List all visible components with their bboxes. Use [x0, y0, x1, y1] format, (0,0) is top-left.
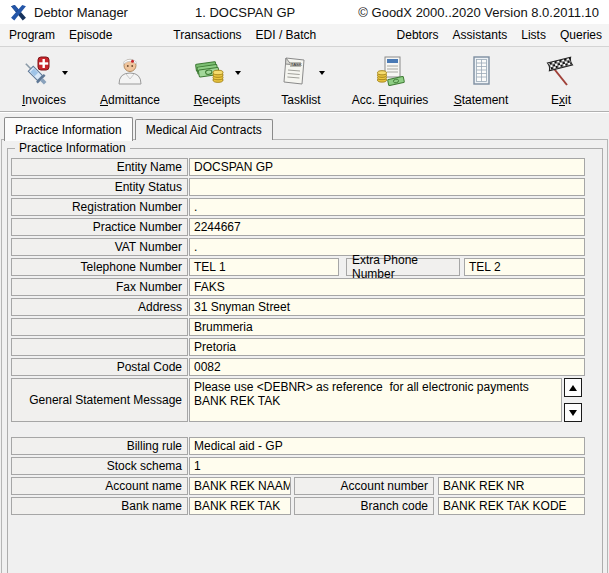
address-row-1: Address 31 Snyman Street — [11, 298, 585, 318]
receipts-icon — [194, 55, 226, 87]
extra-phone-number-field[interactable]: TEL 2 — [464, 258, 585, 276]
registration-number-field[interactable]: . — [189, 198, 585, 216]
tab-strip: Practice Information Medical Aid Contrac… — [4, 115, 273, 140]
scroll-down-button[interactable] — [564, 403, 582, 422]
menu-bar: Program Episode Numbers Transactions EDI… — [0, 24, 609, 47]
debtor-manager-window: Debtor Manager 1. DOCSPAN GP © GoodX 200… — [0, 0, 609, 573]
branch-code-field[interactable]: BANK REK TAK KODE — [438, 497, 585, 515]
address-label-spacer-2 — [11, 338, 188, 356]
entity-status-row: Entity Status — [11, 178, 585, 198]
acc-enquiries-label: Acc. Enquiries — [352, 93, 429, 107]
entity-name-label: Entity Name — [11, 158, 188, 176]
receipts-dropdown-arrow-icon[interactable] — [235, 71, 241, 75]
goodx-logo-icon — [10, 4, 27, 21]
statement-icon — [465, 55, 497, 87]
down-arrow-icon — [569, 410, 577, 416]
acc-enquiries-button[interactable]: Acc. Enquiries — [342, 51, 438, 109]
receipts-button[interactable]: Receipts — [174, 51, 260, 109]
title-bar: Debtor Manager 1. DOCSPAN GP © GoodX 200… — [0, 0, 609, 24]
telephone-number-field[interactable]: TEL 1 — [189, 258, 339, 276]
groupbox-title: Practice Information — [15, 141, 130, 155]
practice-number-field[interactable]: 2244667 — [189, 218, 585, 236]
account-name-label: Account name — [11, 477, 188, 495]
address-row-2: Brummeria — [11, 318, 585, 338]
menu-episode-numbers[interactable]: Episode Numbers — [62, 24, 166, 47]
menu-assistants[interactable]: Assistants — [446, 24, 515, 47]
statement-label: Statement — [454, 93, 509, 107]
context-title: 1. DOCSPAN GP — [195, 0, 295, 24]
section-gap — [11, 422, 585, 437]
tasklist-dropdown-arrow-icon[interactable] — [319, 71, 325, 75]
admittance-label: Admittance — [100, 93, 160, 107]
admittance-button[interactable]: Admittance — [86, 51, 174, 109]
toolbar: Invoices Admittance — [0, 48, 609, 112]
practice-number-label: Practice Number — [11, 218, 188, 236]
account-number-field[interactable]: BANK REK NR — [438, 477, 585, 495]
telephone-row: Telephone Number TEL 1 Extra Phone Numbe… — [11, 258, 585, 278]
menu-edi-batch-management[interactable]: EDI / Batch Management — [249, 24, 390, 47]
bank-name-label: Bank name — [11, 497, 188, 515]
exit-button[interactable]: Exit — [524, 51, 598, 109]
postal-code-row: Postal Code 0082 — [11, 358, 585, 378]
address-line1-field[interactable]: 31 Snyman Street — [189, 298, 585, 316]
tab-medical-aid-contracts[interactable]: Medical Aid Contracts — [135, 119, 273, 140]
receipts-label: Receipts — [194, 93, 241, 107]
branch-code-label: Branch code — [294, 497, 434, 515]
scroll-up-button[interactable] — [564, 378, 582, 397]
bank-row: Bank name BANK REK TAK Branch code BANK … — [11, 497, 585, 517]
tasklist-icon: TASK — [278, 55, 310, 87]
menu-debtors[interactable]: Debtors — [390, 24, 446, 47]
invoices-label: Invoices — [22, 93, 66, 107]
stock-schema-row: Stock schema 1 — [11, 457, 585, 477]
menu-transactions[interactable]: Transactions — [166, 24, 248, 47]
address-label-spacer-1 — [11, 318, 188, 336]
menu-program[interactable]: Program — [2, 24, 62, 47]
account-row: Account name BANK REK NAAM Account numbe… — [11, 477, 585, 497]
tab-practice-information[interactable]: Practice Information — [4, 117, 133, 141]
admittance-icon — [114, 55, 146, 87]
entity-status-field[interactable] — [189, 178, 585, 196]
postal-code-field[interactable]: 0082 — [189, 358, 585, 376]
exit-icon — [545, 55, 577, 87]
account-number-label: Account number — [294, 477, 434, 495]
address-line2-field[interactable]: Brummeria — [189, 318, 585, 336]
up-arrow-icon — [569, 385, 577, 391]
bank-name-field[interactable]: BANK REK TAK — [189, 497, 291, 515]
invoices-icon — [21, 55, 53, 87]
menu-lists[interactable]: Lists — [514, 24, 553, 47]
copyright-version: © GoodX 2000..2020 Version 8.0.2011.10 — [358, 5, 599, 20]
billing-rule-field[interactable]: Medical aid - GP — [189, 437, 585, 455]
message-scrollbar — [564, 378, 583, 422]
entity-status-label: Entity Status — [11, 178, 188, 196]
invoices-button[interactable]: Invoices — [2, 51, 86, 109]
svg-text:TASK: TASK — [290, 62, 301, 67]
general-statement-message-field[interactable]: Please use <DEBNR> as reference for all … — [189, 378, 562, 422]
registration-number-label: Registration Number — [11, 198, 188, 216]
fax-number-row: Fax Number FAKS — [11, 278, 585, 298]
acc-enquiries-icon — [374, 55, 406, 87]
practice-number-row: Practice Number 2244667 — [11, 218, 585, 238]
practice-information-groupbox: Practice Information Entity Name DOCSPAN… — [7, 148, 603, 573]
statement-button[interactable]: Statement — [438, 51, 524, 109]
address-row-3: Pretoria — [11, 338, 585, 358]
entity-name-row: Entity Name DOCSPAN GP — [11, 158, 585, 178]
menu-queries[interactable]: Queries — [553, 24, 609, 47]
stock-schema-field[interactable]: 1 — [189, 457, 585, 475]
practice-information-form: Entity Name DOCSPAN GP Entity Status Reg… — [11, 158, 585, 517]
telephone-number-label: Telephone Number — [11, 258, 188, 276]
address-line3-field[interactable]: Pretoria — [189, 338, 585, 356]
address-label: Address — [11, 298, 188, 316]
stock-schema-label: Stock schema — [11, 457, 188, 475]
tasklist-button[interactable]: TASK Tasklist — [260, 51, 342, 109]
general-statement-message-row: General Statement Message Please use <DE… — [11, 378, 585, 422]
fax-number-field[interactable]: FAKS — [189, 278, 585, 296]
extra-phone-number-label: Extra Phone Number — [346, 258, 460, 276]
fax-number-label: Fax Number — [11, 278, 188, 296]
billing-rule-label: Billing rule — [11, 437, 188, 455]
tasklist-label: Tasklist — [281, 93, 320, 107]
account-name-field[interactable]: BANK REK NAAM — [189, 477, 291, 495]
invoices-dropdown-arrow-icon[interactable] — [62, 71, 68, 75]
vat-number-row: VAT Number . — [11, 238, 585, 258]
entity-name-field[interactable]: DOCSPAN GP — [189, 158, 585, 176]
billing-rule-row: Billing rule Medical aid - GP — [11, 437, 585, 457]
